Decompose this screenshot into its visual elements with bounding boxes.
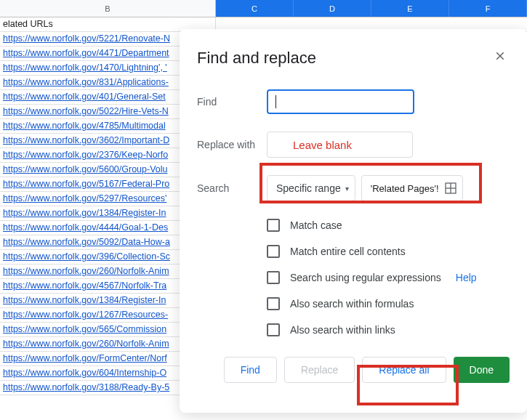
search-scope-value: Specific range	[276, 182, 341, 194]
column-headers: B C D E F	[0, 0, 527, 17]
formulas-label: Also search within formulas	[290, 298, 414, 310]
chevron-down-icon: ▾	[345, 185, 349, 193]
find-input[interactable]	[267, 89, 414, 114]
match-case-label: Match case	[290, 219, 342, 231]
regex-label: Search using regular expressions	[290, 272, 441, 283]
replace-all-button[interactable]: Replace all	[362, 357, 446, 383]
search-label: Search	[197, 182, 267, 194]
dialog-title: Find and replace	[197, 49, 316, 68]
replace-input[interactable]	[267, 132, 413, 158]
col-header-e[interactable]: E	[371, 0, 449, 17]
regex-checkbox[interactable]	[267, 271, 280, 284]
links-checkbox[interactable]	[267, 323, 280, 336]
done-button[interactable]: Done	[454, 357, 510, 383]
formulas-checkbox[interactable]	[267, 297, 280, 310]
match-case-checkbox[interactable]	[267, 219, 280, 232]
match-entire-label: Match entire cell contents	[290, 246, 406, 257]
col-header-d[interactable]: D	[294, 0, 371, 17]
col-header-f[interactable]: F	[449, 0, 527, 17]
close-icon[interactable]	[491, 47, 510, 69]
match-entire-checkbox[interactable]	[267, 245, 280, 258]
col-header-b[interactable]: B	[0, 0, 216, 17]
search-scope-dropdown[interactable]: Specific range ▾	[267, 175, 355, 201]
find-replace-dialog: Find and replace Find Replace with Leave…	[180, 29, 527, 413]
range-value: 'Related Pages'!	[371, 183, 439, 194]
grid-select-icon[interactable]	[445, 182, 456, 194]
find-label: Find	[197, 96, 267, 108]
links-label: Also search within links	[290, 324, 395, 336]
replace-button[interactable]: Replace	[284, 357, 355, 383]
range-input[interactable]: 'Related Pages'!	[361, 175, 463, 201]
replace-label: Replace with	[197, 139, 267, 150]
regex-help-link[interactable]: Help	[456, 272, 477, 283]
col-header-c[interactable]: C	[216, 0, 294, 17]
find-button[interactable]: Find	[224, 357, 277, 383]
text-caret	[275, 95, 276, 108]
